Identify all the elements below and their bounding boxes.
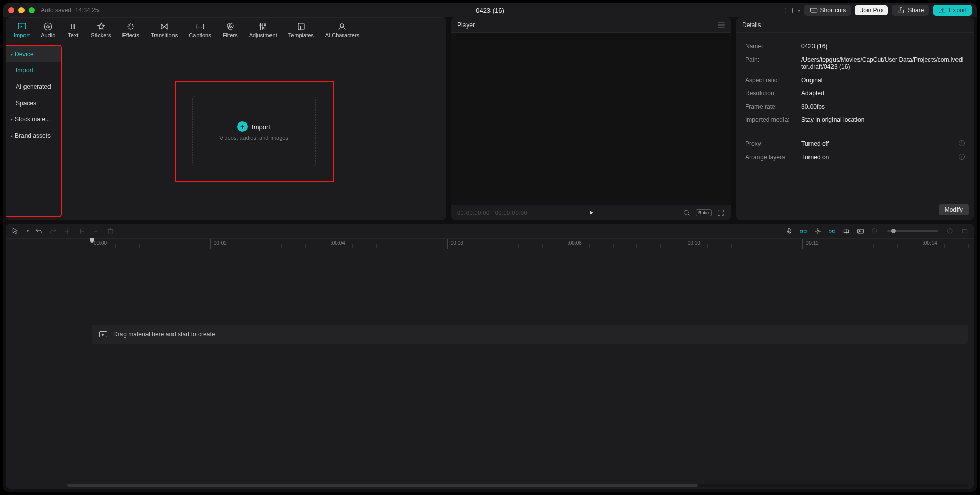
share-button[interactable]: Share xyxy=(892,5,929,16)
player-panel: Player 00:00:00:00 00:00:00:00 Ratio xyxy=(451,17,731,220)
svg-point-10 xyxy=(47,25,50,28)
tab-transitions[interactable]: Transitions xyxy=(145,18,183,42)
tab-filters[interactable]: Filters xyxy=(217,18,243,42)
import-dropzone[interactable]: + Import Videos, audios, and images xyxy=(192,96,316,166)
zoom-in-button[interactable] xyxy=(946,227,954,235)
snap-toggle[interactable] xyxy=(842,227,850,235)
join-pro-button[interactable]: Join Pro xyxy=(855,5,888,15)
tab-label: Effects xyxy=(122,32,139,38)
player-menu-icon[interactable] xyxy=(718,22,725,28)
chevron-down-icon[interactable]: ▾ xyxy=(27,229,29,233)
import-sublabel: Videos, audios, and images xyxy=(219,135,288,141)
cover-toggle[interactable] xyxy=(856,227,865,235)
tab-templates[interactable]: Templates xyxy=(283,18,320,42)
ruler-tick-label: :00:06 xyxy=(449,240,463,246)
player-title: Player xyxy=(457,21,475,29)
modify-button[interactable]: Modify xyxy=(939,204,969,215)
player-time-total: 00:00:00:00 xyxy=(495,210,528,216)
tab-adjustment[interactable]: Adjustment xyxy=(243,18,283,42)
tab-ai-characters[interactable]: AI Characters xyxy=(320,18,365,42)
detail-value-path: /Users/topgus/Movies/CapCut/User Data/Pr… xyxy=(801,56,965,70)
player-controls: 00:00:00:00 00:00:00:00 Ratio xyxy=(451,205,731,220)
svg-rect-39 xyxy=(858,229,864,233)
export-label: Export xyxy=(949,7,967,14)
select-tool[interactable] xyxy=(11,227,19,235)
mic-record-button[interactable] xyxy=(785,227,793,235)
link-toggle[interactable] xyxy=(814,227,822,235)
detail-label-resolution: Resolution: xyxy=(745,90,801,97)
tab-stickers[interactable]: Stickers xyxy=(85,18,116,42)
ruler-tick xyxy=(921,239,921,249)
sidebar-item-stock-materials[interactable]: Stock mate... xyxy=(6,111,61,128)
stickers-icon xyxy=(96,22,106,31)
player-viewport[interactable] xyxy=(451,33,731,205)
sidebar-item-ai-generated[interactable]: AI generated xyxy=(6,79,61,95)
zoom-fit-button[interactable] xyxy=(961,227,969,235)
info-icon[interactable]: i xyxy=(959,140,965,146)
detail-label-imported-media: Imported media: xyxy=(745,116,801,123)
timeline-ruler[interactable]: 00:00:00:02:00:04:00:06:00:08:00:10:00:1… xyxy=(6,239,974,249)
captions-icon xyxy=(195,22,205,31)
redo-button[interactable] xyxy=(49,227,57,235)
track-magnet-toggle[interactable] xyxy=(799,227,807,235)
ruler-tick-label: :00:08 xyxy=(568,240,582,246)
maximize-window-button[interactable] xyxy=(29,7,35,13)
plus-icon: + xyxy=(237,121,248,132)
minimize-window-button[interactable] xyxy=(18,7,24,13)
sidebar-item-import[interactable]: Import xyxy=(6,62,61,79)
timeline-body[interactable]: Drag material here and start to create xyxy=(6,249,974,489)
tab-label: Templates xyxy=(288,32,314,38)
preview-axis-toggle[interactable] xyxy=(828,227,836,235)
close-window-button[interactable] xyxy=(8,7,14,13)
zoom-out-button[interactable] xyxy=(871,227,879,235)
chevron-down-icon[interactable]: ▾ xyxy=(798,8,800,13)
detail-value-proxy: Turned off xyxy=(801,140,959,147)
svg-point-33 xyxy=(817,230,819,232)
ruler-tick-label: 00:00 xyxy=(94,240,107,246)
tab-audio[interactable]: Audio xyxy=(35,18,61,42)
details-body: Name:0423 (16) Path:/Users/topgus/Movies… xyxy=(736,33,974,220)
split-tool[interactable] xyxy=(63,227,71,235)
ratio-button[interactable]: Ratio xyxy=(696,209,712,216)
trim-right-tool[interactable] xyxy=(92,227,100,235)
svg-rect-0 xyxy=(810,8,817,12)
tab-text[interactable]: Text xyxy=(61,18,85,42)
templates-icon xyxy=(296,22,306,31)
share-label: Share xyxy=(908,7,924,14)
zoom-thumb[interactable] xyxy=(891,229,896,233)
delete-tool[interactable] xyxy=(106,227,114,235)
ruler-tick xyxy=(92,239,92,249)
import-highlight-frame: + Import Videos, audios, and images xyxy=(175,81,334,182)
tab-label: Stickers xyxy=(91,32,111,38)
details-panel: Details Name:0423 (16) Path:/Users/topgu… xyxy=(736,17,974,220)
detail-label-aspect: Aspect ratio: xyxy=(745,77,801,84)
media-panel: Import Audio Text Stickers Effects xyxy=(6,17,446,220)
tab-captions[interactable]: Captions xyxy=(183,18,216,42)
main-upper-row: Import Audio Text Stickers Effects xyxy=(3,17,977,224)
info-icon[interactable]: i xyxy=(959,154,965,160)
shortcuts-button[interactable]: Shortcuts xyxy=(804,5,851,16)
divider xyxy=(745,132,965,132)
svg-point-25 xyxy=(684,210,688,214)
svg-rect-11 xyxy=(197,24,204,29)
layout-icon[interactable] xyxy=(785,8,793,13)
play-button[interactable] xyxy=(587,209,595,216)
scale-icon[interactable] xyxy=(682,209,691,217)
zoom-slider[interactable] xyxy=(887,230,938,232)
trim-left-tool[interactable] xyxy=(78,227,86,235)
scrollbar-thumb[interactable] xyxy=(67,484,698,487)
tab-label: Filters xyxy=(223,32,238,38)
tab-effects[interactable]: Effects xyxy=(116,18,144,42)
sidebar-item-spaces[interactable]: Spaces xyxy=(6,95,61,111)
export-button[interactable]: Export xyxy=(933,5,972,16)
ruler-tick xyxy=(684,239,684,249)
tab-import[interactable]: Import xyxy=(8,18,35,42)
sidebar-item-brand-assets[interactable]: Brand assets xyxy=(6,128,61,144)
tab-label: Audio xyxy=(41,32,55,38)
ruler-tick-label: :00:02 xyxy=(212,240,227,246)
sidebar-item-device[interactable]: Device xyxy=(6,46,61,62)
horizontal-scrollbar[interactable] xyxy=(67,484,968,487)
player-time-current: 00:00:00:00 xyxy=(457,210,490,216)
fullscreen-icon[interactable] xyxy=(717,209,725,217)
undo-button[interactable] xyxy=(35,227,43,235)
